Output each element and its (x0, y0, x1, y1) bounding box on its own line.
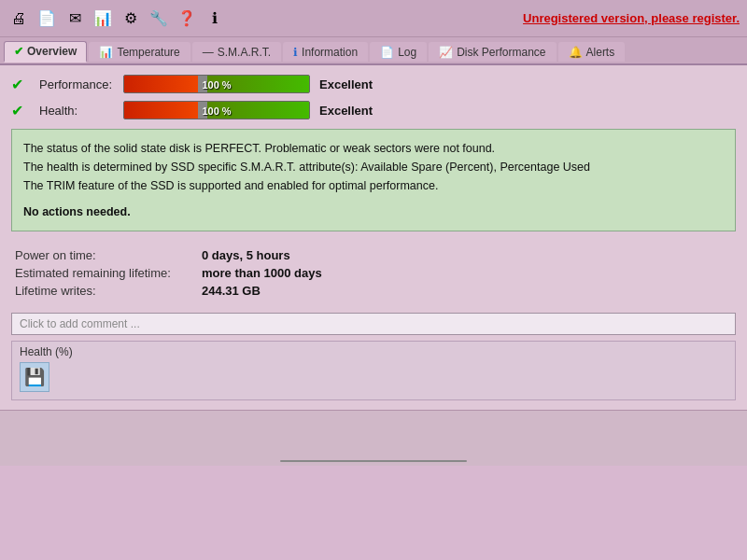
disk-performance-tab-label: Disk Performance (457, 46, 545, 59)
tab-bar: ✔ Overview 📊 Temperature — S.M.A.R.T. ℹ … (0, 37, 747, 65)
overview-tab-icon: ✔ (14, 45, 23, 58)
tab-smart[interactable]: — S.M.A.R.T. (192, 42, 281, 62)
performance-progress-bar: 100 % (123, 75, 310, 93)
chart-icon[interactable]: 📊 (92, 7, 114, 30)
remaining-lifetime-label: Estimated remaining lifetime: (15, 266, 202, 280)
chart-section: Health (%) 💾 (11, 341, 736, 400)
info-section: Power on time: 0 days, 5 hours Estimated… (11, 241, 736, 309)
information-tab-icon: ℹ (293, 46, 298, 59)
power-on-time-value: 0 days, 5 hours (202, 248, 290, 262)
tab-disk-performance[interactable]: 📈 Disk Performance (429, 42, 556, 62)
settings2-icon[interactable]: 🔧 (148, 7, 170, 30)
smart-tab-icon: — (203, 46, 214, 59)
tab-information[interactable]: ℹ Information (283, 42, 368, 62)
performance-check-icon: ✔ (11, 76, 30, 93)
chart-icon: 💾 (20, 362, 49, 392)
information-tab-label: Information (302, 46, 358, 59)
status-line1: The status of the solid state disk is PE… (23, 142, 495, 155)
log-tab-label: Log (398, 46, 416, 59)
bottom-bar-decoration (280, 460, 467, 462)
chart-label: Health (%) (20, 345, 727, 358)
health-check-icon: ✔ (11, 102, 30, 119)
no-action-text: No actions needed. (23, 203, 724, 221)
toolbar: 🖨 📄 ✉ 📊 ⚙ 🔧 ❓ ℹ Unregistered version, pl… (0, 0, 747, 37)
remaining-lifetime-row: Estimated remaining lifetime: more than … (15, 266, 732, 280)
health-progress-bar: 100 % (123, 101, 310, 119)
smart-tab-label: S.M.A.R.T. (218, 46, 271, 59)
performance-percent: 100 % (124, 76, 309, 93)
alerts-tab-label: Alerts (586, 46, 615, 59)
tab-alerts[interactable]: 🔔 Alerts (558, 42, 626, 62)
status-line2: The health is determined by SSD specific… (23, 161, 590, 174)
status-line3: The TRIM feature of the SSD is supported… (23, 179, 438, 192)
main-content: ✔ Performance: 100 % Excellent ✔ Health:… (0, 65, 747, 410)
health-label: Health: (39, 104, 114, 118)
status-message-box: The status of the solid state disk is PE… (11, 129, 736, 231)
comment-input[interactable]: Click to add comment ... (11, 313, 736, 335)
health-percent: 100 % (124, 102, 309, 119)
lifetime-writes-row: Lifetime writes: 244.31 GB (15, 284, 732, 298)
bottom-area (0, 410, 747, 466)
help-icon[interactable]: ❓ (176, 7, 198, 30)
power-on-time-label: Power on time: (15, 248, 202, 262)
log-tab-icon: 📄 (380, 46, 394, 59)
printer-icon[interactable]: 🖨 (7, 7, 30, 30)
lifetime-writes-label: Lifetime writes: (15, 284, 202, 298)
performance-label: Performance: (39, 77, 114, 91)
mail-icon[interactable]: ✉ (63, 7, 86, 30)
alerts-tab-icon: 🔔 (569, 46, 583, 59)
unregistered-notice: Unregistered version, please register. (523, 11, 740, 25)
remaining-lifetime-value: more than 1000 days (202, 266, 322, 280)
health-rating: Excellent (319, 104, 373, 118)
info-circle-icon[interactable]: ℹ (204, 7, 226, 30)
lifetime-writes-value: 244.31 GB (202, 284, 261, 298)
disk-performance-tab-icon: 📈 (439, 46, 453, 59)
overview-tab-label: Overview (27, 45, 77, 58)
power-on-time-row: Power on time: 0 days, 5 hours (15, 248, 732, 262)
tab-log[interactable]: 📄 Log (370, 42, 427, 62)
tab-temperature[interactable]: 📊 Temperature (89, 42, 190, 62)
file-icon[interactable]: 📄 (35, 7, 58, 30)
temperature-tab-icon: 📊 (99, 46, 113, 59)
settings-icon[interactable]: ⚙ (120, 7, 142, 30)
performance-row: ✔ Performance: 100 % Excellent (11, 75, 736, 93)
comment-placeholder: Click to add comment ... (20, 317, 140, 330)
temperature-tab-label: Temperature (117, 46, 179, 59)
tab-overview[interactable]: ✔ Overview (4, 41, 87, 63)
health-row: ✔ Health: 100 % Excellent (11, 101, 736, 119)
performance-rating: Excellent (319, 77, 373, 91)
